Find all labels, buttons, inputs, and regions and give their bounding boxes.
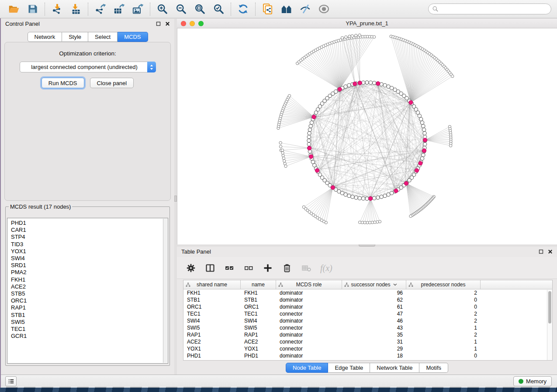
mcds-list-scrollbar[interactable] xyxy=(163,219,167,363)
import-table-icon[interactable] xyxy=(70,3,82,15)
splitter-handle[interactable] xyxy=(174,196,177,202)
leaf-node[interactable] xyxy=(288,94,291,97)
mcds-result-item[interactable]: ORC1 xyxy=(11,297,163,304)
mcds-hub-node[interactable] xyxy=(331,186,335,189)
scrollbar-thumb[interactable] xyxy=(548,291,551,323)
leaf-node[interactable] xyxy=(279,145,282,148)
leaf-node[interactable] xyxy=(345,36,347,38)
close-panel-button[interactable]: Close panel xyxy=(90,78,134,88)
mcds-result-item[interactable]: TID3 xyxy=(11,241,163,248)
leaf-node[interactable] xyxy=(282,157,285,159)
mcds-result-item[interactable]: GCR1 xyxy=(11,333,163,340)
window-minimize-button[interactable] xyxy=(190,21,195,26)
mcds-hub-node[interactable] xyxy=(315,168,319,172)
ring-node[interactable] xyxy=(358,196,361,200)
column-header-predecessor-nodes[interactable]: predecessor nodes xyxy=(406,280,481,289)
zoom-selected-icon[interactable] xyxy=(213,3,225,15)
leaf-node[interactable] xyxy=(284,165,287,167)
tab-select[interactable]: Select xyxy=(88,32,118,42)
table-row[interactable]: RAP1RAP1dominator352 xyxy=(183,331,552,338)
ring-node[interactable] xyxy=(365,81,369,84)
ring-node[interactable] xyxy=(422,128,426,131)
save-icon[interactable] xyxy=(27,3,38,15)
search-input[interactable] xyxy=(439,5,547,14)
mcds-hub-node[interactable] xyxy=(423,138,427,142)
leaf-node[interactable] xyxy=(358,221,361,224)
split-columns-icon[interactable] xyxy=(205,263,215,273)
table-row[interactable]: TEC1TEC1connector472 xyxy=(183,310,552,317)
zoom-fit-icon[interactable] xyxy=(194,3,206,15)
leaf-node[interactable] xyxy=(302,206,305,208)
leaf-node[interactable] xyxy=(409,215,412,217)
mcds-hub-node[interactable] xyxy=(353,82,357,86)
mcds-result-item[interactable]: ACE2 xyxy=(11,283,163,290)
search-neighbors-icon[interactable] xyxy=(280,3,292,15)
ring-node[interactable] xyxy=(313,164,316,167)
network-view[interactable] xyxy=(177,28,557,244)
float-panel-icon[interactable] xyxy=(539,249,543,254)
tab-node-table[interactable]: Node Table xyxy=(286,363,329,373)
column-header-name[interactable]: name xyxy=(241,280,276,289)
mcds-result-item[interactable]: STP4 xyxy=(11,234,163,241)
ring-node[interactable] xyxy=(373,196,376,200)
mcds-result-item[interactable]: CAR1 xyxy=(11,227,163,234)
mcds-result-item[interactable]: SWI4 xyxy=(11,255,163,262)
leaf-node[interactable] xyxy=(341,37,343,39)
ring-node[interactable] xyxy=(354,196,358,199)
leaf-node[interactable] xyxy=(451,75,454,77)
table-row[interactable]: ORC1ORC1dominator610 xyxy=(183,303,552,310)
ring-node[interactable] xyxy=(420,121,424,124)
add-column-icon[interactable] xyxy=(263,263,273,273)
ring-node[interactable] xyxy=(311,160,315,164)
mcds-hub-node[interactable] xyxy=(309,155,313,158)
ring-node[interactable] xyxy=(423,142,427,146)
ring-node[interactable] xyxy=(344,193,347,196)
close-panel-icon[interactable] xyxy=(548,249,553,254)
ring-node[interactable] xyxy=(419,117,423,121)
memory-button[interactable]: Memory xyxy=(513,376,552,386)
ring-node[interactable] xyxy=(376,196,380,199)
open-folder-icon[interactable] xyxy=(8,3,20,15)
mcds-hub-node[interactable] xyxy=(422,149,426,153)
ring-node[interactable] xyxy=(307,135,311,139)
delete-row-icon[interactable] xyxy=(282,263,292,273)
mcds-hub-node[interactable] xyxy=(409,100,413,104)
close-panel-icon[interactable] xyxy=(165,21,170,26)
tab-edge-table[interactable]: Edge Table xyxy=(328,363,370,373)
leaf-node[interactable] xyxy=(351,34,353,37)
run-mcds-button[interactable]: Run MCDS xyxy=(42,78,84,88)
mcds-hub-node[interactable] xyxy=(394,189,398,193)
mcds-result-list[interactable]: PHD1CAR1STP4TID3YOX1SWI4SRD1PMA2FKH1ACE2… xyxy=(8,219,163,363)
mcds-hub-node[interactable] xyxy=(369,196,373,200)
ring-node[interactable] xyxy=(340,191,344,195)
mcds-result-item[interactable]: SWI5 xyxy=(11,319,163,326)
ring-node[interactable] xyxy=(383,194,387,197)
table-row[interactable]: STB1STB1dominator620 xyxy=(183,296,552,303)
ring-node[interactable] xyxy=(373,81,376,85)
mcds-hub-node[interactable] xyxy=(404,182,408,186)
ring-node[interactable] xyxy=(390,86,394,90)
leaf-node[interactable] xyxy=(358,34,361,36)
ring-node[interactable] xyxy=(308,131,311,135)
mcds-hub-node[interactable] xyxy=(312,115,316,119)
ring-node[interactable] xyxy=(422,153,425,157)
zoom-out-icon[interactable] xyxy=(175,3,187,15)
ring-node[interactable] xyxy=(383,83,387,87)
ring-node[interactable] xyxy=(423,131,426,135)
leaf-node[interactable] xyxy=(449,144,452,147)
ring-node[interactable] xyxy=(387,85,390,88)
task-history-button[interactable] xyxy=(5,376,17,386)
leaf-node[interactable] xyxy=(355,34,357,37)
leaf-node[interactable] xyxy=(281,149,284,151)
table-row[interactable]: YOX1YOX1connector291 xyxy=(183,345,552,352)
tab-network[interactable]: Network xyxy=(28,32,62,42)
mcds-hub-node[interactable] xyxy=(338,87,342,91)
mcds-result-item[interactable]: TEC1 xyxy=(11,326,163,333)
tab-motifs[interactable]: Motifs xyxy=(419,363,448,373)
mcds-result-item[interactable]: YOX1 xyxy=(11,248,163,255)
hide-graphics-icon[interactable] xyxy=(299,3,311,15)
leaf-node[interactable] xyxy=(284,162,286,165)
table-row[interactable]: PHD1PHD1dominator180 xyxy=(183,352,552,359)
ring-node[interactable] xyxy=(308,128,311,131)
mcds-result-item[interactable]: SRD1 xyxy=(11,262,163,269)
